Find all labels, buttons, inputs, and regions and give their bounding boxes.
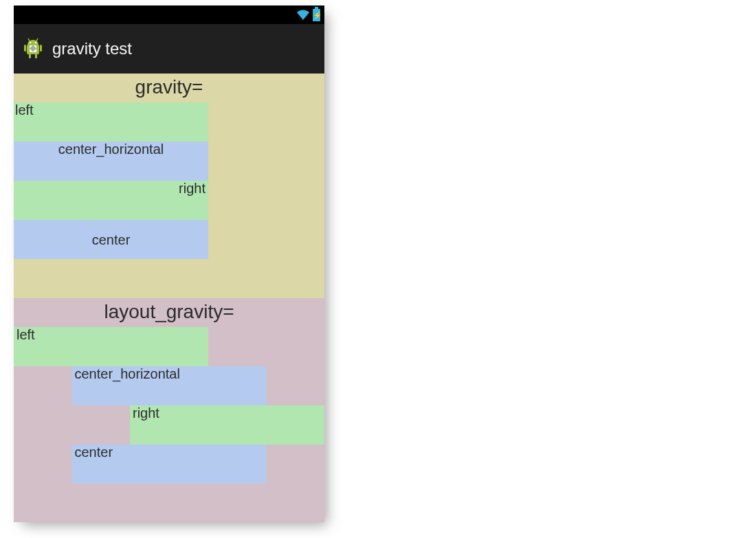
section-gravity-title: gravity= [14,74,324,102]
gravity-box-left: left [14,102,208,142]
gravity-box-label: left [15,102,34,117]
layout-gravity-box-label: right [133,405,159,421]
app-title: gravity test [52,39,132,58]
gravity-box-label: right [179,181,205,196]
svg-line-5 [28,38,30,41]
svg-rect-3 [29,54,31,58]
svg-rect-2 [40,45,42,52]
layout-gravity-box-right: right [130,405,324,445]
gravity-box-label: center [92,232,131,247]
layout-gravity-box-label: center_horizontal [75,366,180,381]
device-frame: gravity test gravity= left center_horizo… [14,5,324,522]
layout-gravity-box-label: left [16,327,35,342]
svg-rect-4 [35,54,37,58]
gravity-box-center-horizontal: center_horizontal [14,142,208,181]
layout-gravity-box-label: center [75,445,113,460]
svg-rect-1 [24,45,26,52]
gravity-box-right: right [14,181,208,220]
content-area: gravity= left center_horizontal right ce… [14,74,324,522]
status-bar [14,5,324,24]
action-bar: gravity test [14,24,324,74]
layout-gravity-box-left: left [14,327,208,366]
battery-charging-icon [313,9,320,21]
gravity-box-center: center [14,220,208,259]
svg-line-6 [36,38,38,41]
section-layout-gravity-title: layout_gravity= [14,298,324,327]
section-gravity: gravity= left center_horizontal right ce… [14,74,324,298]
svg-point-8 [35,42,36,43]
gravity-box-label: center_horizontal [58,142,164,157]
app-icon [21,36,45,61]
section-layout-gravity: layout_gravity= left center_horizontal r… [14,298,324,523]
svg-point-7 [30,42,31,43]
wifi-icon [296,10,310,21]
layout-gravity-box-center: center [72,445,267,484]
layout-gravity-box-center-horizontal: center_horizontal [72,366,267,405]
